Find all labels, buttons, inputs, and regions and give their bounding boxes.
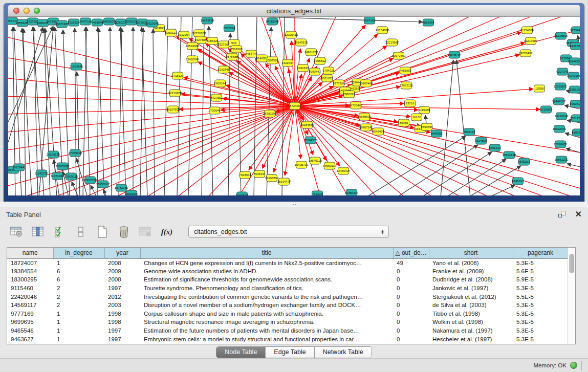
float-panel-icon[interactable]	[558, 210, 567, 218]
graph-node[interactable]: 12923447	[125, 190, 139, 195]
graph-node[interactable]: 9465546	[91, 19, 103, 26]
graph-node[interactable]: 8427552	[210, 94, 223, 101]
show-columns-icon[interactable]	[31, 225, 45, 239]
graph-node[interactable]: 1640955	[430, 130, 443, 137]
column-header-year[interactable]: year	[104, 248, 140, 258]
graph-node[interactable]: 11451944	[51, 172, 64, 180]
graph-node[interactable]: 13505115	[64, 173, 78, 180]
close-window-icon[interactable]	[13, 8, 19, 14]
graph-node[interactable]: 17243108	[567, 72, 580, 79]
table-row[interactable]: 1456911722003Disruption of a novel membe…	[7, 301, 568, 310]
graph-node[interactable]: 15958	[534, 85, 545, 92]
graph-node[interactable]: 10975887	[56, 163, 70, 170]
graph-node[interactable]: 12734451	[570, 27, 580, 34]
graph-hub-node[interactable]: 18724007	[288, 102, 302, 110]
graph-node[interactable]: 10807484	[359, 80, 373, 87]
graph-node[interactable]: 12450427	[337, 167, 351, 174]
graph-node[interactable]: 9121654	[570, 42, 580, 50]
graph-node[interactable]: 8491219	[489, 144, 501, 151]
graph-node[interactable]: 16033839	[201, 17, 214, 24]
graph-node[interactable]: 18315046	[266, 18, 279, 25]
graph-node[interactable]: 12450427	[345, 189, 359, 195]
graph-node[interactable]: 16944557	[568, 58, 580, 65]
graph-node[interactable]: 9327504	[217, 41, 230, 48]
table-row[interactable]: 977716911998Corpus callosum shape and si…	[7, 310, 568, 318]
window-titlebar[interactable]: citations_edges.txt	[8, 5, 580, 17]
graph-node[interactable]: 9699695	[421, 123, 433, 130]
graph-node[interactable]: 21053846	[70, 63, 83, 70]
graph-node[interactable]: 15218506	[554, 32, 568, 39]
graph-node[interactable]: 17359924	[69, 149, 82, 157]
pane-splitter[interactable]	[0, 202, 588, 207]
graph-node[interactable]: 16640910	[294, 39, 308, 46]
graph-node[interactable]: 17975115	[400, 82, 413, 89]
graph-node[interactable]: 761544	[312, 191, 323, 195]
graph-node[interactable]: 12361104	[568, 86, 580, 93]
zoom-window-icon[interactable]	[34, 8, 40, 14]
graph-node[interactable]: 9875685	[226, 53, 238, 60]
graph-node[interactable]: 7955812	[314, 57, 326, 64]
table-row[interactable]: 911546021997Tourette syndrome. Phenomeno…	[7, 284, 568, 293]
graph-node[interactable]: 8960123	[165, 29, 177, 36]
graph-node[interactable]: 7485063	[399, 67, 411, 74]
graph-node[interactable]: 16543982	[186, 42, 200, 50]
graph-node[interactable]: 16958107	[96, 181, 110, 188]
graph-node[interactable]: 22420046	[186, 56, 200, 63]
delete-trash-icon[interactable]	[117, 225, 131, 239]
graph-node[interactable]: 8549476	[372, 128, 384, 135]
graph-node[interactable]: 9242848	[217, 66, 230, 73]
graph-node[interactable]: 9845201	[518, 158, 530, 165]
table-row[interactable]: 1830029562008Estimation of significance …	[7, 275, 568, 284]
graph-node[interactable]: 15495793	[295, 161, 309, 168]
graph-node[interactable]: 16154838	[376, 27, 389, 34]
table-scrollbar[interactable]	[568, 248, 575, 344]
graph-node[interactable]: 12325413	[285, 31, 298, 38]
graph-node[interactable]: 19384554	[300, 121, 314, 128]
graph-node[interactable]: 16648794	[448, 51, 462, 58]
graph-node[interactable]: 8990443	[309, 68, 321, 75]
tab-edge-table[interactable]: Edge Table	[265, 347, 314, 358]
table-mode-icon[interactable]	[9, 225, 24, 239]
memory-status-dot[interactable]	[570, 362, 577, 369]
graph-node[interactable]: 2603144	[214, 80, 226, 87]
graph-node[interactable]: 15184578	[304, 137, 318, 144]
graph-node[interactable]: 18807241	[359, 124, 373, 131]
graph-node[interactable]: 18300295	[263, 110, 277, 117]
graph-node[interactable]: 15213590	[570, 115, 580, 122]
graph-node[interactable]: 3215953	[540, 106, 552, 113]
graph-node[interactable]: 12444197	[552, 98, 566, 105]
graph-node[interactable]: 7624542	[239, 171, 251, 179]
graph-node[interactable]: 16720407	[349, 102, 363, 109]
graph-node[interactable]: 9245012	[512, 178, 524, 185]
graph-node[interactable]: 14961758	[304, 49, 318, 56]
graph-node[interactable]: 80965	[399, 119, 409, 126]
table-row[interactable]: 2242004622012Investigating the contribut…	[7, 292, 568, 301]
graph-node[interactable]: 1362615	[297, 64, 309, 72]
graph-node[interactable]: 16782753	[115, 184, 128, 191]
row-height-icon[interactable]	[74, 225, 88, 239]
column-header-name[interactable]: name	[7, 248, 53, 258]
table-row[interactable]: 1872400712008Changes of HCN gene express…	[7, 258, 568, 267]
column-header-in_degree[interactable]: in_degree	[53, 248, 104, 258]
graph-node[interactable]: 8979197	[463, 128, 475, 136]
graph-node[interactable]: 1700648	[208, 107, 221, 114]
graph-node[interactable]: 10973493	[392, 52, 406, 59]
column-header-short[interactable]: short	[429, 248, 513, 258]
function-icon[interactable]: f(x)	[160, 225, 174, 239]
graph-node[interactable]: 20437198	[79, 18, 93, 25]
network-canvas[interactable]: 1232541316640910149617587955812132203713…	[8, 17, 580, 195]
graph-node[interactable]: 19737403	[519, 50, 533, 57]
new-table-icon[interactable]	[95, 225, 110, 239]
graph-node[interactable]: 8813054	[422, 19, 434, 26]
column-header-title[interactable]: title	[140, 248, 393, 258]
graph-node[interactable]: 9777169	[333, 80, 345, 87]
graph-node[interactable]: 18194477	[277, 178, 291, 185]
graph-node[interactable]: 9794028	[322, 67, 335, 74]
graph-node[interactable]: 20206535	[47, 151, 60, 158]
graph-node[interactable]: 17957255	[83, 177, 97, 184]
graph-node[interactable]: 13216	[405, 100, 416, 107]
close-panel-icon[interactable]: ✕	[575, 210, 582, 218]
graph-node[interactable]: 8186328	[206, 37, 219, 45]
tab-network-table[interactable]: Network Table	[314, 347, 372, 358]
graph-node[interactable]: 8249518	[236, 192, 248, 195]
